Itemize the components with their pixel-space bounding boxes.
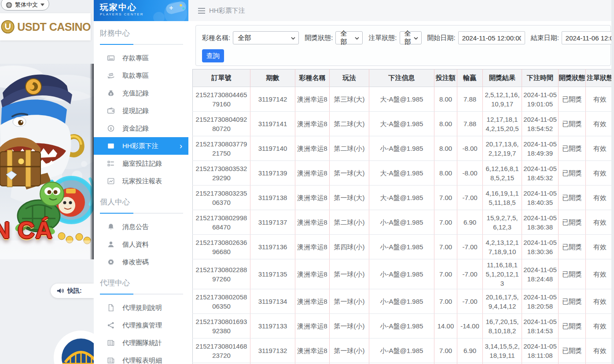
table-cell: 2024-11-05 18:54:52 — [522, 112, 559, 136]
sidebar-item[interactable]: 個人資料 — [94, 236, 188, 253]
table-cell: 2024-11-05 18:14:53 — [522, 314, 559, 339]
table-cell: 2024-11-05 18:45:32 — [522, 161, 559, 186]
banner-edge — [90, 64, 94, 259]
sidebar-item[interactable]: 消息公告 — [94, 218, 188, 236]
sidebar-item-label: 玩家投注報表 — [122, 177, 162, 186]
scrollbar[interactable] — [611, 0, 614, 364]
end-date-label: 結束日期: — [531, 34, 559, 42]
table-cell: 8.00 — [434, 112, 457, 136]
table-cell: 小-A盤@1.985 — [369, 289, 434, 314]
table-cell: 12,17,18,14,2,15,20,5 — [483, 112, 522, 136]
table-cell: 第三球(大) — [330, 87, 369, 112]
table-cell: 2152173080228897260 — [193, 259, 250, 289]
table-cell: 已開獎 — [559, 289, 586, 314]
table-cell: 澳洲幸运8 — [295, 112, 330, 136]
speaker-icon — [56, 288, 64, 294]
chevron-down-icon — [355, 37, 359, 40]
table-cell: 第一球(大) — [330, 161, 369, 186]
sidebar-item[interactable]: 廳室投註記錄 — [94, 155, 188, 172]
hamburger-menu-icon[interactable] — [198, 8, 205, 14]
sidebar-item[interactable]: 代理團隊統計 — [94, 334, 188, 352]
table-cell: 澳洲幸运8 — [295, 136, 330, 161]
table-cell: -8.00 — [457, 161, 483, 186]
table-cell: 第二球(大) — [330, 112, 369, 136]
sidebar-item-label: 代理規則說明 — [122, 304, 162, 312]
table-cell: 7.88 — [457, 112, 483, 136]
sidebar-item[interactable]: 玩家投注報表 — [94, 172, 188, 190]
section-title: 財務中心 — [94, 21, 188, 40]
table-cell: 第二球(小) — [330, 136, 369, 161]
table-cell: 澳洲幸运8 — [295, 339, 330, 363]
table-cell: 6.90 — [457, 339, 483, 363]
table-cell: 31197136 — [250, 235, 295, 259]
sidebar-item[interactable]: 提現記錄 — [94, 102, 188, 120]
sidebar-item[interactable]: 存款專區 — [94, 49, 188, 67]
table-row: 215217308016939238031197133澳洲幸运8第一球(小)小-… — [193, 314, 614, 339]
table-cell: 8.00 — [434, 161, 457, 186]
table-cell: 2024-11-05 18:20:58 — [522, 289, 559, 314]
sidebar-item-label: 代理團隊統計 — [122, 339, 162, 347]
recharge-icon — [107, 89, 115, 97]
screen: 繁体中文 USDT CASINO — [0, 0, 614, 364]
draw-status-value: 全部 — [340, 29, 353, 46]
sidebar-item[interactable]: 代理規則說明 — [94, 299, 188, 317]
table-cell: 小-A盤@1.985 — [369, 314, 434, 339]
language-selector[interactable]: 繁体中文 — [1, 0, 49, 11]
table-cell: 有效 — [586, 161, 614, 186]
sidebar-item-label: 代理報表明細 — [122, 357, 162, 364]
casino-logo[interactable]: USDT CASINO — [0, 13, 91, 40]
order-status-select[interactable]: 全部 — [400, 31, 422, 44]
sidebar-item[interactable]: 代理報表明細 — [94, 352, 188, 364]
sidebar-item[interactable]: 修改密碼 — [94, 253, 188, 271]
topbar: HH彩票下注 — [188, 0, 614, 21]
table-cell: 14.00 — [434, 314, 457, 339]
table-cell: 31197142 — [250, 87, 295, 112]
column-header: 輸贏 — [457, 69, 483, 87]
sidebar-item[interactable]: 充值記錄 — [94, 84, 188, 102]
table-cell: 7.88 — [457, 87, 483, 112]
table-cell: 小-A盤@1.985 — [369, 210, 434, 235]
deposit-icon — [107, 54, 115, 62]
table-cell: 有效 — [586, 87, 614, 112]
gear-icon — [107, 258, 115, 266]
column-header: 投注額 — [434, 69, 457, 87]
table-cell: 小-A盤@1.985 — [369, 136, 434, 161]
start-date-input[interactable] — [458, 31, 525, 44]
table-cell: 6.90 — [457, 210, 483, 235]
table-cell: 31197139 — [250, 161, 295, 186]
language-label: 繁体中文 — [15, 1, 38, 9]
table-cell: 第四球(小) — [330, 235, 369, 259]
column-header: 開獎結果 — [483, 69, 522, 87]
order-status-value: 全部 — [404, 29, 412, 46]
table-cell: 7.00 — [434, 289, 457, 314]
table-cell: 已開獎 — [559, 112, 586, 136]
sidebar-item[interactable]: HH彩票下注› — [94, 137, 188, 155]
draw-status-select[interactable]: 全部 — [335, 31, 363, 44]
section-underline — [100, 294, 183, 295]
table-cell: -8.00 — [457, 136, 483, 161]
lottery-name-select[interactable]: 全部 — [233, 31, 299, 44]
search-button[interactable]: 查詢 — [202, 49, 224, 62]
table-cell: 31197140 — [250, 136, 295, 161]
table-cell: 澳洲幸运8 — [295, 186, 330, 210]
withdraw-icon — [107, 72, 115, 80]
sidebar-item[interactable]: 資金記錄 — [94, 120, 188, 137]
sidebar-item-label: 充值記錄 — [122, 89, 149, 98]
table-cell: 已開獎 — [559, 259, 586, 289]
filter-panel: 彩種名稱: 全部 開獎狀態: 全部 注單狀態: 全部 — [195, 25, 611, 66]
sidebar-item[interactable]: 代理推廣管理 — [94, 317, 188, 334]
table-row: 215217308040928072031197141澳洲幸运8第二球(大)大-… — [193, 112, 614, 136]
table-cell: 小-A盤@1.985 — [369, 339, 434, 363]
table-cell: 4,16,19,1,15,11,18,5 — [483, 186, 522, 210]
cashout-icon — [107, 107, 115, 115]
table-cell: 2024-11-05 18:40:35 — [522, 186, 559, 210]
table-cell: 已開獎 — [559, 210, 586, 235]
end-date-input[interactable] — [562, 31, 614, 44]
draw-status-label: 開獎狀態: — [305, 34, 333, 42]
table-cell: 澳洲幸运8 — [295, 210, 330, 235]
news-ticker[interactable]: 快訊: — [51, 284, 94, 298]
chevron-right-icon: › — [180, 142, 182, 150]
table-cell: 2152173080409280720 — [193, 112, 250, 136]
sidebar-item[interactable]: 取款專區 — [94, 67, 188, 84]
sidebar-header: 玩家中心 PLAYERS CENTER — [94, 0, 188, 21]
